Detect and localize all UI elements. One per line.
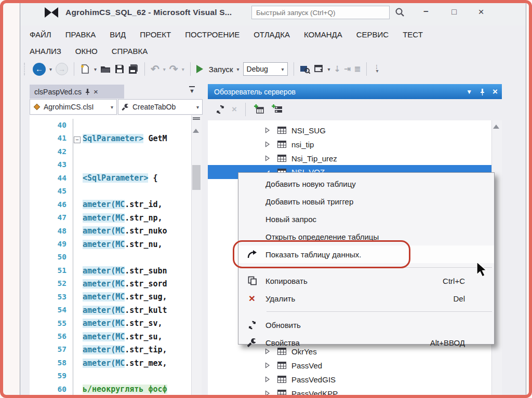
server-explorer-header[interactable]: Обозреватель серверов ▼ × — [208, 84, 502, 99]
menu-build[interactable]: ПОСТРОЕНИЕ — [185, 30, 240, 39]
maximize-button[interactable]: □ — [443, 4, 466, 20]
menu-item-copy[interactable]: Копировать Ctrl+C — [238, 272, 494, 290]
menu-team[interactable]: КОМАНДА — [304, 30, 342, 39]
fold-collapse-icon[interactable]: − — [74, 136, 81, 143]
run-icon[interactable] — [196, 65, 203, 73]
editor-scrollbar-thumb[interactable] — [192, 165, 201, 190]
run-button-label[interactable]: Запуск — [209, 65, 233, 74]
navigation-class-dropdown[interactable]: AgrohimCS.clsI ▾ — [30, 99, 117, 115]
navigation-method-label: CreateTabOb — [132, 103, 176, 111]
panel-pin-icon[interactable] — [480, 88, 485, 95]
pin-icon[interactable] — [85, 88, 90, 95]
expander-collapsed-icon[interactable] — [265, 141, 270, 147]
find-window-icon[interactable] — [314, 64, 324, 74]
configuration-caret: ▾ — [282, 66, 284, 72]
menu-project[interactable]: ПРОЕКТ — [140, 30, 171, 39]
expander-collapsed-icon[interactable] — [265, 362, 270, 368]
toolbar-separator — [190, 62, 191, 76]
back-dropdown-caret[interactable]: ▾ — [49, 66, 52, 72]
tree-row[interactable]: PassVedKPP — [208, 387, 491, 398]
menu-edit[interactable]: ПРАВКА — [65, 30, 96, 39]
tree-row[interactable]: PassVedGIS — [208, 373, 491, 386]
line-number: 46 — [30, 198, 73, 211]
editor-vertical-scrollbar[interactable] — [191, 115, 202, 398]
tab-close-icon[interactable]: × — [94, 87, 98, 96]
expander-collapsed-icon[interactable] — [265, 127, 270, 133]
configuration-value: Debug — [247, 65, 268, 73]
menu-analyze[interactable]: АНАЛИЗ — [30, 47, 61, 56]
line-number: 60 — [30, 383, 73, 396]
navigation-class-label: AgrohimCS.clsI — [44, 103, 94, 111]
menu-item-add-new-table[interactable]: Добавить новую таблицу — [238, 175, 494, 193]
solution-configuration-combo[interactable]: Debug ▾ — [243, 62, 288, 76]
panel-menu-caret-icon[interactable]: ▼ — [466, 88, 472, 95]
scrollbar-up-arrow[interactable] — [493, 125, 499, 129]
code-line: 43 — [30, 158, 191, 171]
navigate-back-button[interactable]: ← — [33, 63, 46, 76]
tree-row[interactable]: PassVed — [208, 359, 491, 372]
comment-icon-disabled: ≣ — [354, 64, 361, 74]
expander-collapsed-icon[interactable] — [265, 376, 270, 382]
tab-list-chevron-icon[interactable]: ▼ — [189, 86, 195, 94]
new-file-icon[interactable] — [80, 64, 90, 74]
search-icon[interactable] — [395, 7, 405, 17]
menu-test[interactable]: ТЕСТ — [403, 30, 423, 39]
line-number: 40 — [30, 119, 73, 132]
panel-close-icon[interactable]: × — [493, 87, 498, 97]
table-icon — [277, 376, 286, 383]
line-number: 50 — [30, 251, 73, 264]
refresh-icon[interactable] — [215, 104, 225, 115]
menu-view[interactable]: ВИД — [110, 30, 126, 39]
redo-dropdown-caret[interactable]: ▾ — [182, 66, 184, 72]
expander-collapsed-icon[interactable] — [265, 155, 270, 161]
menu-tools[interactable]: СЕРВИС — [356, 30, 389, 39]
run-dropdown-caret[interactable]: ▾ — [237, 66, 240, 72]
toolbar-overflow-button[interactable]: ⁞ ▾ — [376, 65, 378, 73]
toolbar-separator — [74, 62, 74, 76]
document-tab[interactable]: clsPaspVed.cs × — [30, 85, 124, 99]
navigate-forward-button[interactable]: → — [56, 63, 68, 75]
menu-item-delete[interactable]: × Удалить Del — [238, 290, 494, 307]
code-line: 54ameter(MC.str_kult — [30, 304, 191, 317]
find-dropdown-caret[interactable]: ▾ — [328, 66, 330, 72]
save-all-icon[interactable] — [128, 64, 139, 74]
code-line: 57ameter(MC.str_tip, — [30, 343, 191, 356]
save-icon[interactable] — [114, 64, 125, 74]
table-name: PassVed — [291, 361, 322, 370]
redo-icon[interactable]: ↷ — [169, 64, 178, 74]
scrollbar-up-arrow[interactable] — [193, 129, 199, 133]
line-number: 45 — [30, 185, 73, 198]
menu-file[interactable]: ФАЙЛ — [30, 30, 51, 39]
menu-item-add-new-trigger[interactable]: Добавить новый триггер — [238, 193, 494, 210]
navigation-method-dropdown[interactable]: CreateTabOb ▾ — [118, 99, 203, 115]
menu-help[interactable]: СПРАВКА — [112, 47, 148, 56]
menu-item-refresh[interactable]: Обновить — [238, 316, 494, 334]
close-button[interactable]: × — [470, 4, 493, 20]
toolbar-grip[interactable] — [24, 63, 26, 75]
new-file-dropdown-caret[interactable]: ▾ — [94, 66, 97, 72]
connect-to-database-icon[interactable] — [254, 104, 265, 115]
menu-window[interactable]: ОКНО — [75, 47, 98, 56]
line-number: 51 — [30, 264, 73, 277]
open-file-icon[interactable] — [100, 64, 111, 74]
tree-row[interactable]: nsi_tip — [208, 138, 491, 151]
menu-debug[interactable]: ОТЛАДКА — [254, 30, 290, 39]
quick-launch-input[interactable] — [251, 6, 390, 19]
connect-to-server-icon[interactable] — [272, 104, 283, 115]
expander-collapsed-icon[interactable] — [265, 390, 270, 396]
class-dropdown-caret: ▾ — [111, 104, 113, 110]
find-in-files-icon[interactable] — [300, 64, 310, 74]
toolbar-separator — [294, 62, 294, 76]
minimize-button[interactable]: − — [415, 4, 437, 20]
line-number: 54 — [30, 304, 73, 317]
menu-item-new-query[interactable]: Новый запрос — [238, 210, 494, 228]
menu-item-properties[interactable]: Свойства Alt+ВВОД — [238, 334, 494, 351]
table-icon — [277, 127, 286, 134]
undo-icon[interactable]: ↶ — [151, 64, 159, 74]
undo-dropdown-caret[interactable]: ▾ — [163, 66, 166, 72]
editor-splitter-handle[interactable] — [193, 117, 200, 120]
menu-separator — [267, 307, 492, 312]
tree-row[interactable]: NSI_SUG — [208, 123, 491, 137]
table-icon — [277, 141, 286, 148]
tree-row[interactable]: Nsi_Tip_urez — [208, 152, 491, 165]
